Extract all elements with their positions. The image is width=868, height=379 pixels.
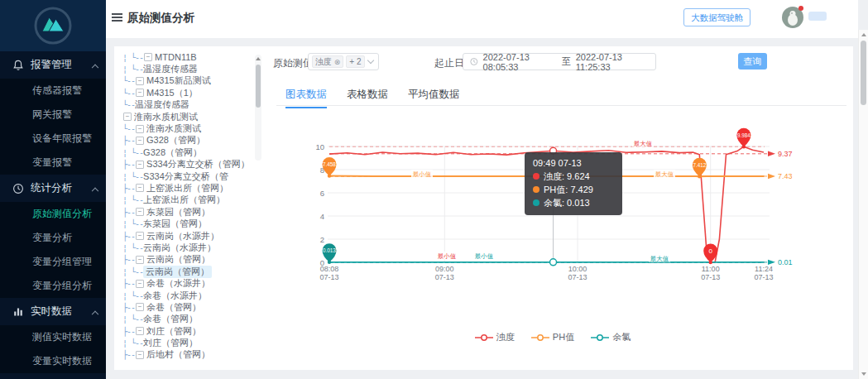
sidebar-item[interactable]: 设备年限报警	[0, 127, 106, 151]
tree-node[interactable]: ¦ └--云南岗（水源井）	[122, 242, 253, 253]
tree-node[interactable]: └--温湿度传感器	[122, 99, 253, 111]
date-range-input[interactable]: 2022-07-13 08:05:33 至 2022-07-13 11:25:3…	[463, 53, 656, 70]
sidebar-item[interactable]: 网关报警	[0, 103, 106, 127]
sidebar-group-settings[interactable]: 系统设置	[0, 373, 106, 379]
tree-node[interactable]: ├--−东菜园（管网）	[122, 206, 253, 218]
sidebar-item[interactable]: 变量实时数据	[0, 349, 106, 373]
tree-node[interactable]: −淮南水质机测试	[122, 111, 253, 122]
tree-expand-icon[interactable]: −	[136, 303, 144, 311]
tree-node[interactable]: ├--−云南岗（水源井）	[122, 230, 253, 242]
tree-node[interactable]: ¦ └--S334分离立交桥（管	[122, 170, 253, 182]
tree-node-label: MTDN11B	[155, 52, 197, 62]
sidebar-item[interactable]: 变量分组分析	[0, 274, 106, 298]
legend-glyph-icon	[531, 333, 549, 342]
tree-node[interactable]: ¦ └--余巷（水源井）	[122, 290, 253, 301]
tree-node[interactable]: ¦ └--G328（管网）	[122, 146, 253, 158]
tree-expand-icon[interactable]: −	[136, 232, 144, 240]
chevron-down-icon	[367, 57, 374, 64]
legend-label: 浊度	[496, 331, 515, 343]
tree-node[interactable]: ¦ └--东菜园（管网）	[122, 218, 253, 229]
tree-expand-icon[interactable]: −	[136, 137, 144, 145]
sidebar-group-alarm[interactable]: 报警管理	[0, 51, 106, 79]
bell-icon	[12, 60, 24, 71]
page-scrollbar[interactable]	[858, 30, 868, 379]
tree-node[interactable]: └--−M4315新品测试	[122, 75, 253, 87]
tree-expand-icon[interactable]: −	[144, 53, 152, 61]
tree-expand-icon[interactable]: −	[136, 280, 144, 288]
tree-connector: └--	[122, 100, 135, 109]
line-chart: 024681008:0807-1309:0007-1310:0007-1311:…	[305, 121, 801, 365]
measure-select[interactable]: 浊度 ⊗ + 2	[308, 53, 379, 70]
sidebar-group-stats[interactable]: 统计分析	[0, 175, 106, 202]
tree-node[interactable]: ¦ └--余巷（管网）	[122, 314, 253, 325]
legend-item[interactable]: 余氯	[591, 331, 631, 343]
tree-node[interactable]: ├--−余巷（水源井）	[122, 277, 253, 289]
tree-scroll-up-icon[interactable]	[256, 57, 261, 60]
tree-node[interactable]: ¦ └--−MTDN11B	[122, 51, 253, 63]
sidebar-item[interactable]: 变量报警	[0, 151, 106, 175]
tree-node-label: M4315新品测试	[146, 74, 211, 87]
tree-node-label: 东菜园（管网）	[146, 206, 210, 218]
tooltip-text: 余氯: 0.013	[544, 196, 590, 209]
sidebar-group-realtime[interactable]: 实时数据	[0, 298, 106, 325]
legend-item[interactable]: 浊度	[475, 331, 515, 343]
tree-node[interactable]: ¦ └--上窑派出所（管网）	[122, 194, 253, 206]
tree-node[interactable]: └--−M4315（1）	[122, 87, 253, 98]
sidebar-item[interactable]: 变量分析	[0, 226, 106, 250]
tree-scrollbar[interactable]	[255, 55, 261, 161]
tree-connector: ├--	[122, 350, 135, 359]
tree-node[interactable]: ¦ └--刘庄（管网）	[122, 337, 253, 348]
tree-expand-icon[interactable]: −	[136, 125, 144, 133]
legend-glyph-icon	[591, 333, 609, 342]
sidebar-item[interactable]: 测值实时数据	[0, 325, 106, 349]
tree-expand-icon[interactable]: −	[136, 327, 144, 335]
scrollbar-thumb[interactable]	[861, 41, 866, 105]
sidebar-item[interactable]: 变量分组管理	[0, 250, 106, 274]
tree-expand-icon[interactable]: −	[136, 89, 144, 97]
tree-node[interactable]: └--−淮南水质测试	[122, 122, 253, 134]
svg-text:08:0807-13: 08:0807-13	[319, 265, 338, 281]
tree-node[interactable]: ├--−云南岗（管网）	[122, 254, 253, 266]
tree-expand-icon[interactable]: −	[136, 77, 144, 85]
scroll-up-icon[interactable]	[861, 33, 866, 36]
tree-node[interactable]: ├--−余巷（管网）	[122, 301, 253, 313]
tree-expand-icon[interactable]: −	[136, 184, 144, 192]
tree-expand-icon[interactable]: −	[136, 161, 144, 169]
tree-node[interactable]: ├--−后地村（管网）	[122, 349, 253, 361]
query-button[interactable]: 查询	[738, 53, 767, 70]
date-start-value[interactable]: 2022-07-13 08:05:33	[483, 52, 557, 72]
svg-text:11:0007-13: 11:0007-13	[701, 265, 720, 281]
tree-connector: ├--	[122, 184, 135, 193]
tree-expand-icon[interactable]: −	[136, 351, 144, 359]
tree-expand-icon[interactable]: −	[123, 113, 132, 121]
device-tree: ¦ └--−MTDN11B¦ └--温湿度传感器└--−M4315新品测试 └-…	[122, 51, 253, 366]
measure-more-tag[interactable]: + 2	[346, 55, 364, 68]
tree-node[interactable]: ¦ └--温湿度传感器	[122, 63, 253, 74]
tree-node[interactable]: ├--−S334分离立交桥（管网）	[122, 159, 253, 170]
sidebar-item[interactable]: 传感器报警	[0, 79, 106, 103]
tree-node[interactable]: ├--−上窑派出所（管网）	[122, 182, 253, 194]
tree-scrollbar-thumb[interactable]	[256, 65, 261, 108]
tree-expand-icon[interactable]: −	[136, 256, 144, 264]
tree-connector: └--	[122, 76, 135, 85]
tree-connector: ├--	[122, 208, 135, 217]
scroll-down-icon[interactable]	[861, 372, 866, 376]
menu-collapse-icon[interactable]	[112, 13, 122, 15]
tag-close-icon[interactable]: ⊗	[334, 58, 341, 66]
tree-node[interactable]: ├--−刘庄（管网）	[122, 325, 253, 337]
tree-node[interactable]: ├--−G328（管网）	[122, 135, 253, 146]
legend-item[interactable]: PH值	[531, 331, 574, 343]
measure-tag[interactable]: 浊度 ⊗	[312, 55, 343, 68]
tree-node[interactable]: ¦ └--云南岗（管网）	[122, 266, 253, 277]
bigdata-dashboard-button[interactable]: 大数据驾驶舱	[683, 8, 751, 26]
tooltip-text: 浊度: 9.624	[544, 170, 590, 183]
tree-expand-icon[interactable]: −	[136, 208, 144, 216]
tree-connector: ¦ └--	[122, 267, 143, 276]
tree-connector: ├--	[122, 279, 135, 288]
svg-text:最小值: 最小值	[475, 252, 494, 260]
tree-node-label: 淮南水质机测试	[134, 111, 198, 123]
sidebar-item[interactable]: 原始测值分析	[0, 202, 106, 226]
date-end-value[interactable]: 2022-07-13 11:25:33	[576, 52, 649, 72]
content-card: ¦ └--−MTDN11B¦ └--温湿度传感器└--−M4315新品测试 └-…	[114, 46, 853, 370]
svg-text:0.01: 0.01	[778, 258, 793, 266]
